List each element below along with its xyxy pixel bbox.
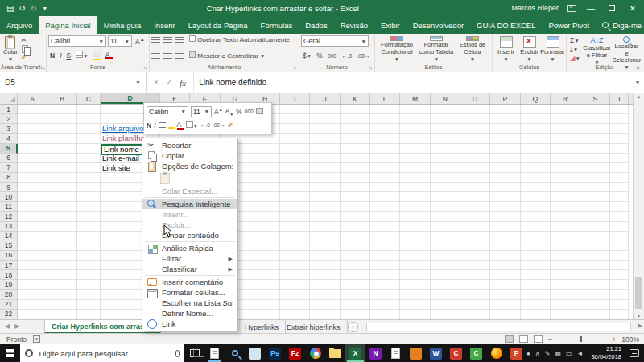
cell-K1[interactable] — [341, 105, 370, 114]
mini-font-name-select[interactable]: Calibri▼ — [147, 106, 188, 117]
cell-K9[interactable] — [341, 183, 370, 192]
cell-K12[interactable] — [341, 212, 370, 221]
sheet-next-icon[interactable]: ▶ — [14, 323, 24, 330]
cell-M9[interactable] — [400, 183, 430, 192]
cell-I18[interactable] — [280, 270, 310, 280]
cell-I11[interactable] — [280, 202, 310, 212]
cell-B12[interactable] — [47, 212, 77, 221]
cell-P15[interactable] — [490, 241, 520, 251]
cell-S4[interactable] — [580, 134, 610, 143]
cell-O12[interactable] — [460, 212, 490, 221]
row-header-20[interactable]: 20 — [0, 290, 18, 299]
cell-J14[interactable] — [310, 232, 340, 241]
cell-S8[interactable] — [580, 173, 610, 183]
cell-P22[interactable] — [490, 310, 520, 319]
alignment-dialog-launcher-icon[interactable]: ↘ — [293, 64, 297, 71]
cell-R22[interactable] — [551, 310, 580, 319]
mini-comma-button[interactable]: 000 — [245, 109, 254, 114]
cell-N14[interactable] — [431, 232, 460, 241]
collapse-ribbon-icon[interactable]: ∧ — [636, 64, 640, 71]
cell-J7[interactable] — [310, 163, 340, 173]
tell-me-search[interactable]: Diga-me o que você deseja fazer — [596, 16, 644, 34]
cell-Q11[interactable] — [521, 202, 551, 212]
delete-cells-button[interactable]: Excluir▼ — [518, 35, 541, 63]
cell-T21[interactable] — [610, 300, 629, 310]
cell-B11[interactable] — [47, 202, 77, 212]
cell-Q18[interactable] — [521, 270, 551, 280]
app-powerpoint-button[interactable]: P — [506, 344, 526, 362]
microphone-icon[interactable] — [175, 350, 180, 357]
horizontal-scrollbar[interactable] — [366, 323, 631, 331]
column-header-K[interactable]: K — [341, 93, 370, 104]
cell-C22[interactable] — [77, 310, 101, 319]
cell-B5[interactable] — [47, 144, 77, 154]
cell-I2[interactable] — [280, 114, 310, 124]
cell-L2[interactable] — [370, 114, 400, 124]
number-dialog-launcher-icon[interactable]: ↘ — [369, 64, 373, 71]
vertical-scrollbar[interactable]: ▲ ▼ — [633, 93, 644, 319]
cell-N21[interactable] — [431, 300, 460, 310]
cell-L9[interactable] — [370, 183, 400, 192]
cell-R11[interactable] — [551, 202, 580, 212]
cell-K6[interactable] — [341, 154, 370, 163]
cell-O1[interactable] — [460, 105, 490, 114]
context-menu-item-formatar-celulas[interactable]: Formatar células... — [142, 287, 237, 298]
cell-I7[interactable] — [280, 163, 310, 173]
app-notepad-button[interactable] — [386, 344, 406, 362]
fill-color-button[interactable] — [92, 51, 102, 60]
cell-K13[interactable] — [341, 222, 370, 232]
cell-N19[interactable] — [431, 280, 460, 290]
cell-T22[interactable] — [610, 310, 629, 319]
cell-J9[interactable] — [310, 183, 340, 192]
zoom-level[interactable]: 100% — [621, 335, 639, 343]
tab-layout-da-pagina[interactable]: Layout da Página — [182, 16, 254, 34]
column-header-S[interactable]: S — [580, 93, 610, 104]
cell-J6[interactable] — [310, 154, 340, 163]
tab-minha-guia[interactable]: Minha guia — [97, 16, 147, 34]
accounting-format-button[interactable]: $▼ — [301, 51, 313, 60]
cell-Q9[interactable] — [521, 183, 551, 192]
cell-A8[interactable] — [18, 173, 47, 183]
macro-record-icon[interactable] — [33, 335, 40, 343]
cell-I20[interactable] — [280, 290, 310, 299]
cell-T13[interactable] — [610, 222, 629, 232]
cell-K8[interactable] — [341, 173, 370, 183]
context-menu-item-excluir[interactable]: Excluir... — [142, 220, 237, 230]
cell-N12[interactable] — [431, 212, 460, 221]
cell-R7[interactable] — [551, 163, 580, 173]
cell-B15[interactable] — [47, 241, 77, 251]
cell-P2[interactable] — [490, 114, 520, 124]
app-firefox-button[interactable] — [486, 344, 506, 362]
app-camtasia-recorder-button[interactable]: C — [466, 344, 486, 362]
scroll-down-icon[interactable]: ▼ — [634, 314, 644, 319]
cell-K15[interactable] — [341, 241, 370, 251]
cell-P12[interactable] — [490, 212, 520, 221]
select-all-corner[interactable] — [0, 93, 18, 104]
cell-A14[interactable] — [18, 232, 47, 241]
underline-button[interactable]: S — [65, 51, 73, 60]
cell-L8[interactable] — [370, 173, 400, 183]
cell-O11[interactable] — [460, 202, 490, 212]
cell-T17[interactable] — [610, 261, 629, 270]
sheet-prev-icon[interactable]: ◀ — [5, 323, 14, 330]
normal-view-button[interactable] — [505, 335, 514, 343]
cell-J8[interactable] — [310, 173, 340, 183]
cell-P4[interactable] — [490, 134, 520, 143]
enter-icon[interactable]: ✓ — [166, 78, 172, 87]
cell-C17[interactable] — [77, 261, 101, 270]
mini-increase-decimal-button[interactable]: ←.0 — [200, 122, 210, 128]
align-left-icon[interactable] — [151, 53, 160, 60]
cell-B19[interactable] — [47, 280, 77, 290]
cell-P7[interactable] — [490, 163, 520, 173]
cell-P1[interactable] — [490, 105, 520, 114]
cell-B13[interactable] — [47, 222, 77, 232]
cell-A15[interactable] — [18, 241, 47, 251]
app-filezilla-button[interactable]: Fz — [285, 344, 305, 362]
cell-J18[interactable] — [310, 270, 340, 280]
cell-K16[interactable] — [341, 251, 370, 261]
cell-Q20[interactable] — [521, 290, 551, 299]
cell-C21[interactable] — [77, 300, 101, 310]
cell-R5[interactable] — [551, 144, 580, 154]
mini-font-size-select[interactable]: 11▼ — [191, 106, 212, 117]
cell-J21[interactable] — [310, 300, 340, 310]
